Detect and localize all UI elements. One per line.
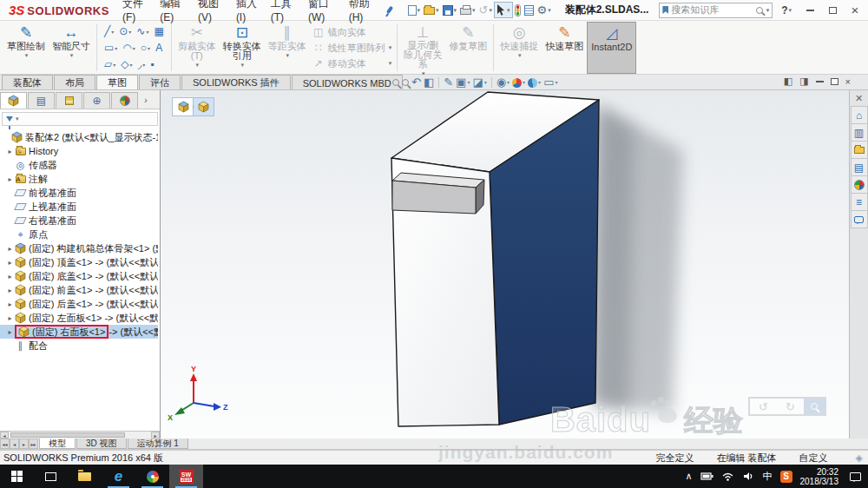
zoom-area-icon[interactable] — [402, 79, 409, 86]
view-palette-icon[interactable]: ▤ — [851, 158, 868, 176]
scroll-left-icon[interactable]: ◂ — [0, 432, 9, 439]
paint-app-button[interactable] — [135, 465, 169, 488]
task-pane-close-icon[interactable]: ✕ — [850, 90, 868, 106]
rectangle-tool[interactable]: ▭▾ — [102, 42, 120, 54]
configurationmanager-tab[interactable] — [56, 92, 82, 109]
tree-item[interactable]: ⌖原点 — [0, 228, 158, 241]
spline-tool[interactable]: ∿▾ — [134, 25, 151, 37]
collapse-pane-left-icon[interactable]: ◧ — [784, 76, 792, 87]
wifi-icon[interactable] — [721, 471, 734, 482]
model-tab-nav-1[interactable]: ◂ — [10, 439, 19, 449]
solidworks-app-button[interactable]: SW2016 — [169, 465, 203, 488]
display-style-icon[interactable]: ◪▾ — [472, 76, 486, 89]
expander-icon[interactable]: ▸ — [5, 245, 15, 253]
propertymanager-tab[interactable]: ▤ — [28, 92, 55, 109]
move-entities-button[interactable]: ↗移动实体▾ — [312, 56, 392, 71]
taskbar-clock[interactable]: 20:32 2018/3/13 — [800, 467, 839, 486]
expander-icon[interactable]: ▸ — [5, 175, 15, 183]
tree-item[interactable]: ◎传感器 — [0, 158, 158, 172]
zoom-fit-icon[interactable] — [392, 79, 399, 86]
minimize-window-button[interactable] — [816, 81, 824, 82]
tab-评估[interactable]: 评估 — [139, 75, 181, 89]
tree-item[interactable]: ▸A注解 — [0, 172, 158, 186]
tray-chevron-icon[interactable]: ∧ — [685, 471, 692, 482]
sketch-pattern-tool[interactable]: ▦ — [151, 25, 166, 37]
tree-item[interactable]: 装配体2 (默认<默认_显示状态-1>) — [0, 130, 158, 144]
featuremanager-tab[interactable] — [0, 92, 27, 109]
fillet-tool[interactable]: ◞▾ — [135, 58, 148, 70]
appearances-icon[interactable] — [851, 175, 868, 194]
scroll-thumb[interactable] — [10, 432, 125, 438]
tree-item[interactable]: 上视基准面 — [0, 200, 158, 214]
polygon-tool[interactable]: ◇▾ — [118, 58, 135, 70]
forum-icon[interactable] — [851, 210, 868, 228]
custom-properties-icon[interactable]: ≡ — [851, 193, 868, 211]
file-properties-icon[interactable] — [523, 3, 536, 17]
more-tabs-arrow[interactable]: › — [139, 92, 153, 109]
design-library-icon[interactable]: ▥ — [851, 123, 868, 142]
open-icon[interactable]: ▾ — [422, 3, 441, 16]
apply-scene-icon[interactable]: ▾ — [528, 76, 541, 89]
minimize-app-button[interactable] — [800, 3, 819, 18]
graphics-viewport[interactable]: Y Z X › B — [161, 90, 849, 439]
tab-装配体[interactable]: 装配体 — [2, 75, 53, 89]
linear-sketch-pattern-button[interactable]: ∷线性草图阵列▾ — [312, 40, 392, 56]
line-tool[interactable]: ╱▾ — [102, 25, 116, 37]
tab-布局[interactable]: 布局 — [54, 75, 95, 89]
file-explorer-button[interactable] — [68, 465, 102, 488]
annotation-views-icon[interactable]: ✎ — [444, 76, 453, 89]
expander-icon[interactable]: ▸ — [5, 314, 15, 322]
help-button[interactable]: ? ▾ — [781, 4, 792, 16]
point-tool[interactable]: ▪ — [148, 58, 156, 70]
expander-icon[interactable]: ▸ — [5, 287, 15, 294]
knowledge-search-box[interactable]: 搜索知识库 ▾ — [659, 3, 773, 18]
tree-item[interactable]: ▸◷History — [0, 144, 158, 158]
breadcrumb-part-icon[interactable] — [193, 98, 214, 115]
instant2d-button[interactable]: ◿Instant2D — [587, 22, 636, 74]
tab-SOLIDWORKS 插件[interactable]: SOLIDWORKS 插件 — [181, 75, 291, 89]
doc-tab-3D 视图[interactable]: 3D 视图 — [76, 439, 127, 449]
expander-icon[interactable]: ▸ — [5, 328, 15, 336]
model-tab-nav-0[interactable]: ◂◂ — [0, 439, 10, 449]
save-icon[interactable]: ▾ — [441, 3, 459, 17]
tree-item[interactable]: ▸(固定) 后盖<1> -> (默认<<默认>_显 — [0, 297, 158, 311]
tree-filter[interactable]: ▾ — [2, 112, 158, 126]
restore-app-button[interactable] — [823, 3, 842, 18]
3d-model-canvas[interactable]: Y Z X — [161, 90, 849, 439]
tree-item[interactable]: ▸(固定) 左面板<1> -> (默认<<默认>_ — [0, 311, 158, 325]
tab-草图[interactable]: 草图 — [96, 75, 138, 89]
tab-SOLIDWORKS MBD[interactable]: SOLIDWORKS MBD — [292, 75, 403, 89]
file-explorer-icon[interactable] — [851, 141, 868, 159]
view-orientation-icon[interactable]: ▣▾ — [456, 76, 470, 89]
collapse-pane-right-icon[interactable]: ◨ — [799, 76, 808, 87]
slot-tool[interactable]: ▱▾ — [102, 58, 118, 70]
offset-entities-button[interactable]: ∥等距实体▾ — [265, 22, 310, 74]
undo-icon[interactable]: ↺▾ — [477, 3, 494, 17]
model-tab-nav-2[interactable]: ▸ — [19, 439, 29, 449]
tree-item[interactable]: 右视基准面 — [0, 214, 158, 228]
circle-tool[interactable]: ⊙▾ — [116, 25, 134, 37]
rebuild-traffic-light-icon[interactable] — [513, 3, 523, 18]
search-caret-icon[interactable]: ▾ — [766, 7, 770, 14]
dimxpertmanager-tab[interactable]: ⊕ — [83, 92, 110, 109]
hide-show-items-icon[interactable]: ◉▾ — [496, 76, 510, 89]
displaymanager-tab[interactable] — [111, 92, 138, 109]
ellipse-tool[interactable]: ○▾ — [138, 42, 153, 54]
edge-browser-button[interactable]: e — [102, 465, 135, 488]
convert-entities-button[interactable]: ⊡转换实体引用▾ — [220, 22, 265, 74]
arc-tool[interactable]: ◠▾ — [120, 42, 138, 54]
pin-menubar-icon[interactable] — [386, 6, 394, 15]
mirror-entities-button[interactable]: ◫镜向实体 — [312, 24, 392, 40]
repair-sketch-button[interactable]: ✎修复草图 — [445, 22, 490, 74]
tree-item[interactable]: ∥配合 — [0, 339, 158, 353]
breadcrumb-assembly-icon[interactable] — [173, 98, 194, 115]
close-app-button[interactable]: × — [845, 3, 865, 18]
doc-tab-运动算例 1[interactable]: 运动算例 1 — [128, 439, 188, 449]
smart-dimension-button[interactable]: ↔智能尺寸▾ — [49, 22, 94, 74]
restore-window-button[interactable] — [831, 78, 838, 85]
expander-icon[interactable]: ▸ — [5, 259, 15, 267]
sketch-button[interactable]: ✎草图绘制▾ — [3, 22, 49, 74]
sogou-input-icon[interactable]: S — [780, 471, 792, 483]
home-icon[interactable]: ⌂ — [851, 106, 868, 124]
tree-item[interactable]: 前视基准面 — [0, 186, 158, 200]
